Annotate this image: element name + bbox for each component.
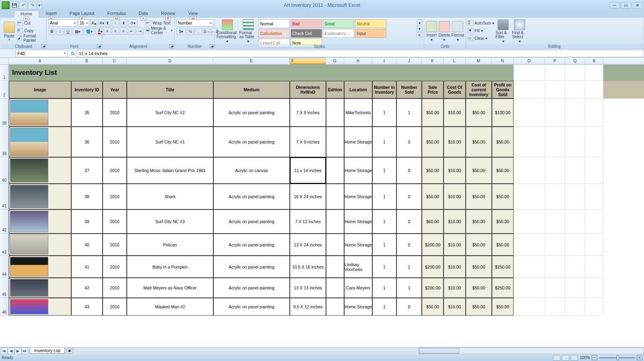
sheet-first-button[interactable]: ⏮ [1, 348, 8, 354]
table-cell[interactable]: Acrylic on panel painting [213, 298, 290, 316]
table-cell[interactable]: 7 X 12 inches [290, 209, 326, 234]
conditional-formatting-button[interactable]: Conditional Formatting▾ [217, 19, 238, 43]
table-cell[interactable]: 0 [396, 209, 422, 234]
table-cell[interactable]: $50.00 [492, 209, 514, 234]
table-cell[interactable]: $10.00 [444, 209, 466, 234]
table-cell[interactable]: $50.00 [422, 127, 444, 157]
delete-cells-button[interactable]: Delete▾ [438, 19, 450, 43]
empty-cell[interactable] [565, 184, 585, 209]
font-size-select[interactable]: 10▾ [78, 19, 89, 27]
empty-cell[interactable] [585, 298, 603, 316]
sheet-prev-button[interactable]: ◀ [8, 348, 14, 354]
table-cell[interactable]: 43 [71, 298, 103, 316]
table-cell[interactable]: 13 X 24 inches [290, 234, 326, 256]
accounting-button[interactable]: $▾ [176, 28, 186, 35]
number-format-select[interactable]: Number▾ [176, 19, 213, 27]
table-cell[interactable]: $50.00 [466, 184, 492, 209]
table-cell[interactable]: $10.00 [444, 234, 466, 256]
row-header[interactable]: 44 [0, 256, 9, 278]
table-cell[interactable]: 7 X 9 inches [290, 98, 326, 127]
table-cell[interactable]: $50.00 [466, 256, 492, 278]
table-cell[interactable]: Acrylic on panel painting [213, 256, 290, 278]
zoom-in-button[interactable]: + [637, 355, 642, 360]
table-cell[interactable]: 1 [372, 127, 396, 157]
empty-cell[interactable] [565, 256, 585, 278]
table-cell[interactable]: $10.00 [444, 157, 466, 184]
table-cell[interactable]: $50.00 [492, 298, 514, 316]
table-cell[interactable]: Home Storage [344, 127, 372, 157]
table-cell[interactable]: Surf City NC #2 [127, 98, 213, 127]
empty-cell[interactable] [565, 127, 585, 157]
underline-button[interactable]: U [64, 28, 72, 35]
table-cell[interactable]: 2010 [103, 98, 127, 127]
empty-cell[interactable] [585, 256, 603, 278]
cell-style-explanatory[interactable]: Explanatory ... [323, 29, 354, 38]
empty-cell[interactable] [545, 278, 565, 298]
table-cell[interactable]: Home Storage [344, 234, 372, 256]
page-break-view-button[interactable] [571, 355, 578, 361]
align-left-button[interactable]: ≡ [104, 27, 111, 35]
col-header-G[interactable]: G [326, 58, 344, 64]
table-cell[interactable]: $50.00 [422, 157, 444, 184]
table-cell[interactable]: 0 [396, 298, 422, 316]
table-cell[interactable]: 2010 [103, 278, 127, 298]
col-header-K[interactable]: K [422, 58, 444, 64]
comma-button[interactable]: , [195, 28, 202, 35]
sort-filter-button[interactable]: Sort & Filter▾ [495, 19, 511, 43]
table-cell[interactable]: Sterling Moss: Italian Grand Prix 1961 [127, 157, 213, 184]
table-cell[interactable]: 37 [71, 157, 103, 184]
cell-styles-gallery[interactable]: NormalBadGoodNeutralCalculationCheck Cel… [258, 19, 415, 47]
styles-more[interactable]: ≡ [417, 32, 422, 38]
table-cell[interactable]: Home Storage [344, 209, 372, 234]
col-header-B[interactable]: B [71, 58, 103, 64]
table-cell[interactable]: 1 [396, 278, 422, 298]
row-header[interactable]: 43 [0, 234, 9, 256]
zoom-slider[interactable] [599, 357, 635, 359]
table-cell[interactable]: $200.00 [422, 278, 444, 298]
table-cell[interactable]: 16 X 24 inches [290, 184, 326, 209]
format-cells-button[interactable]: Format▾ [451, 19, 464, 43]
row-header[interactable]: 2 [0, 81, 9, 98]
table-cell[interactable]: $10.00 [444, 98, 466, 127]
table-cell[interactable]: $50.00 [492, 157, 514, 184]
table-cell[interactable]: $50.00 [466, 234, 492, 256]
table-cell[interactable]: $200.00 [422, 256, 444, 278]
table-cell[interactable]: 1 [372, 157, 396, 184]
col-header-O[interactable]: O [514, 58, 545, 64]
cell-style-bad[interactable]: Bad [291, 19, 322, 28]
empty-cell[interactable] [545, 256, 565, 278]
table-cell[interactable] [326, 157, 344, 184]
empty-cell[interactable] [585, 278, 603, 298]
table-cell[interactable]: $50.00 [492, 234, 514, 256]
row-header[interactable]: 40 [0, 157, 9, 184]
table-cell[interactable] [9, 184, 71, 209]
cell-style-neutral[interactable]: Neutral [355, 19, 386, 28]
table-cell[interactable] [326, 127, 344, 157]
table-cell[interactable]: Acrylic on panel painting [213, 234, 290, 256]
table-cell[interactable]: 1 [396, 256, 422, 278]
table-cell[interactable]: Pelican [127, 234, 213, 256]
table-cell[interactable]: Baby in a Pumpkin [127, 256, 213, 278]
empty-cell[interactable] [514, 298, 545, 316]
table-cell[interactable] [326, 298, 344, 316]
table-cell[interactable]: 1 [372, 234, 396, 256]
table-cell[interactable]: 40 [71, 234, 103, 256]
table-cell[interactable]: $50.00 [466, 98, 492, 127]
table-cell[interactable]: Shark [127, 184, 213, 209]
table-cell[interactable]: Matt Meyers as Navy Officer [127, 278, 213, 298]
tab-insert[interactable]: InsertN [39, 10, 63, 18]
insert-cells-button[interactable]: Insert▾ [426, 19, 437, 43]
table-cell[interactable]: Acrylic on panel painting [213, 209, 290, 234]
table-cell[interactable]: 7 X 9 inches [290, 127, 326, 157]
table-cell[interactable]: 42 [71, 278, 103, 298]
table-cell[interactable]: Home Storage [344, 157, 372, 184]
table-cell[interactable]: 35 [71, 98, 103, 127]
cell-style-calculation[interactable]: Calculation [258, 29, 290, 38]
table-cell[interactable] [326, 184, 344, 209]
tab-view[interactable]: ViewW [182, 10, 204, 18]
empty-cell[interactable] [585, 98, 603, 127]
percent-button[interactable]: % [187, 28, 194, 35]
table-cell[interactable] [9, 127, 71, 157]
col-header-H[interactable]: H [344, 58, 372, 64]
table-cell[interactable]: 1 [372, 256, 396, 278]
